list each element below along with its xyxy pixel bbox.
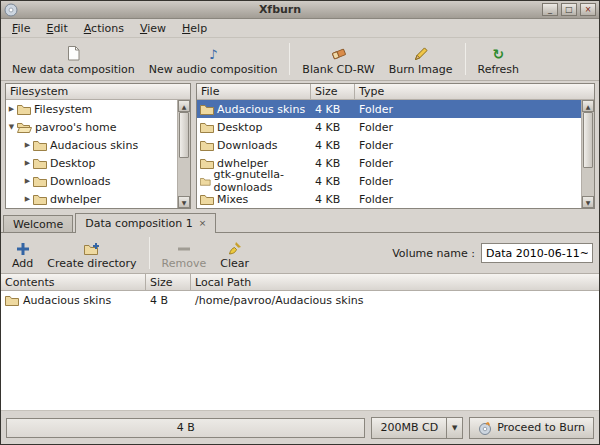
file-list-scrollbar[interactable]: ▲ ▼ [581, 100, 594, 208]
new-data-composition-icon [67, 45, 80, 61]
scroll-up-icon[interactable]: ▲ [178, 100, 190, 112]
expander-icon[interactable]: ▶ [6, 105, 17, 113]
column-header-file[interactable]: File [197, 84, 311, 100]
column-header-contents[interactable]: Contents [1, 274, 146, 291]
browser-panes: Filesystem ▶ Filesystem ▼ pavroo's home … [1, 81, 599, 211]
folder-icon [33, 158, 47, 169]
file-row-mixes[interactable]: Mixes 4 KB Folder [197, 190, 594, 208]
new-audio-composition-button[interactable]: ♪ New audio composition [142, 40, 285, 78]
burn-image-button[interactable]: Burn Image [382, 40, 460, 78]
folder-icon [200, 176, 211, 187]
add-button[interactable]: Add [5, 234, 40, 272]
menu-file[interactable]: File [4, 19, 38, 37]
file-type: Folder [355, 175, 594, 188]
file-name: Downloads [217, 139, 277, 152]
new-data-composition-label: New data composition [12, 63, 135, 76]
expander-icon[interactable]: ▶ [22, 141, 33, 149]
file-row-desktop[interactable]: Desktop 4 KB Folder [197, 118, 594, 136]
tree-item-label: pavroo's home [32, 121, 116, 134]
folder-icon [200, 122, 214, 133]
file-size: 4 KB [311, 139, 355, 152]
proceed-to-burn-button[interactable]: Proceed to Burn [469, 417, 594, 439]
file-size: 4 KB [311, 193, 355, 206]
file-name: Audacious skins [217, 103, 305, 116]
tree-item-pavroo-home[interactable]: ▼ pavroo's home [6, 118, 190, 136]
refresh-button[interactable]: ↻ Refresh [471, 40, 527, 78]
toolbar-separator [149, 237, 150, 269]
file-name: Desktop [217, 121, 262, 134]
tree-item-desktop[interactable]: ▶ Desktop [6, 154, 190, 172]
filesystem-column-header[interactable]: Filesystem [6, 84, 190, 100]
scrollbar-thumb[interactable] [179, 112, 189, 158]
folder-icon [200, 140, 214, 151]
remove-button[interactable]: Remove [155, 234, 214, 272]
tree-item-label: Downloads [47, 175, 110, 188]
file-type: Folder [355, 157, 594, 170]
filesystem-scrollbar[interactable]: ▲ ▼ [177, 100, 190, 208]
size-progress-bar: 4 B [6, 418, 365, 438]
disc-size-combobox[interactable]: 200MB CD ▼ [371, 417, 463, 439]
file-size: 4 KB [311, 175, 355, 188]
toolbar-separator [289, 43, 290, 75]
expander-icon[interactable]: ▼ [6, 123, 17, 131]
composition-contents-table: Contents Size Local Path Audacious skins… [1, 273, 599, 410]
contents-local-path: /home/pavroo/Audacious skins [191, 294, 599, 307]
scroll-up-icon[interactable]: ▲ [582, 100, 594, 112]
volume-name-input[interactable] [481, 243, 593, 263]
refresh-icon: ↻ [492, 45, 504, 61]
close-button[interactable]: × [580, 3, 596, 16]
column-header-local-path[interactable]: Local Path [191, 274, 599, 291]
tab-welcome[interactable]: Welcome [3, 215, 73, 232]
eraser-icon [331, 45, 347, 61]
file-row-gtk-gnutella-downloads[interactable]: gtk-gnutella-downloads 4 KB Folder [197, 172, 594, 190]
new-data-composition-button[interactable]: New data composition [5, 40, 142, 78]
tab-data-composition-1[interactable]: Data composition 1 × [75, 213, 216, 233]
menu-actions[interactable]: Actions [76, 19, 132, 37]
new-audio-composition-label: New audio composition [149, 63, 278, 76]
data-composition-page: Add Create directory Remove Clear [1, 232, 599, 444]
scrollbar-thumb[interactable] [583, 112, 593, 168]
create-directory-button[interactable]: Create directory [40, 234, 143, 272]
titlebar[interactable]: Xfburn _ □ × [1, 1, 599, 19]
minimize-button[interactable]: _ [542, 3, 558, 16]
xfburn-window: Xfburn _ □ × File Edit Actions View Help… [0, 0, 600, 445]
tab-close-icon[interactable]: × [199, 219, 207, 228]
contents-row-audacious-skins[interactable]: Audacious skins 4 B /home/pavroo/Audacio… [1, 291, 599, 309]
file-size: 4 KB [311, 157, 355, 170]
broom-icon [228, 239, 242, 255]
dropdown-arrow-icon[interactable]: ▼ [446, 418, 462, 438]
file-name: gtk-gnutella-downloads [214, 168, 311, 194]
menu-help[interactable]: Help [174, 19, 215, 37]
new-folder-icon [84, 239, 100, 255]
file-type: Folder [355, 121, 594, 134]
file-size: 4 KB [311, 121, 355, 134]
file-row-audacious-skins[interactable]: Audacious skins 4 KB Folder [197, 100, 594, 118]
tree-item-downloads[interactable]: ▶ Downloads [6, 172, 190, 190]
folder-icon [33, 140, 47, 151]
clear-button[interactable]: Clear [213, 234, 256, 272]
expander-icon[interactable]: ▶ [22, 159, 33, 167]
file-name: Mixes [217, 193, 248, 206]
new-audio-composition-icon: ♪ [209, 45, 217, 61]
column-header-type[interactable]: Type [355, 84, 594, 100]
column-header-size[interactable]: Size [146, 274, 191, 291]
folder-icon [33, 176, 47, 187]
expander-icon[interactable]: ▶ [22, 195, 33, 203]
column-header-size[interactable]: Size [311, 84, 355, 100]
contents-name: Audacious skins [23, 294, 111, 307]
scroll-down-icon[interactable]: ▼ [178, 196, 190, 208]
menu-view[interactable]: View [132, 19, 174, 37]
folder-icon [200, 194, 214, 205]
disc-size-value: 200MB CD [372, 421, 446, 434]
maximize-button[interactable]: □ [561, 3, 577, 16]
tree-item-dwhelper[interactable]: ▶ dwhelper [6, 190, 190, 208]
blank-cdrw-button[interactable]: Blank CD-RW [295, 40, 381, 78]
scroll-down-icon[interactable]: ▼ [582, 196, 594, 208]
file-row-downloads[interactable]: Downloads 4 KB Folder [197, 136, 594, 154]
tree-item-filesystem[interactable]: ▶ Filesystem [6, 100, 190, 118]
menu-edit[interactable]: Edit [38, 19, 75, 37]
tree-item-audacious-skins[interactable]: ▶ Audacious skins [6, 136, 190, 154]
tab-welcome-label: Welcome [13, 218, 63, 231]
file-size: 4 KB [311, 103, 355, 116]
expander-icon[interactable]: ▶ [22, 177, 33, 185]
